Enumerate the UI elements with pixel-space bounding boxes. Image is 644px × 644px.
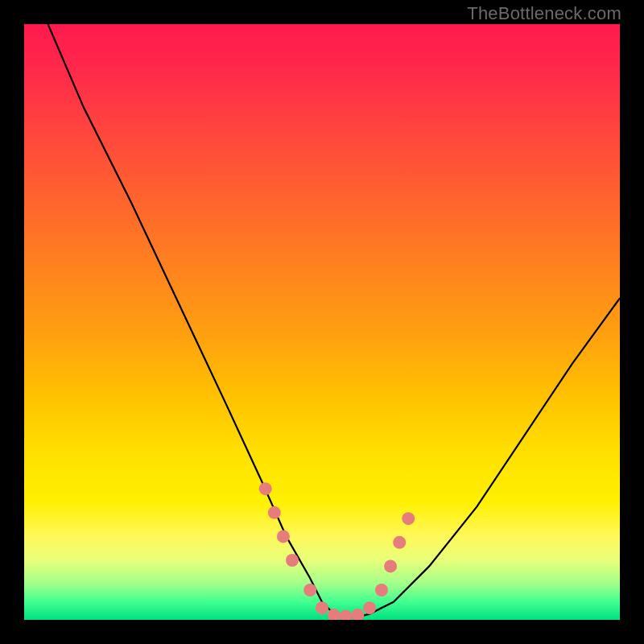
curve-path xyxy=(48,24,620,617)
curve-path-group xyxy=(48,24,620,617)
marker-dot xyxy=(402,512,415,525)
marker-dot xyxy=(393,536,406,549)
marker-dot xyxy=(375,584,388,597)
chart-frame: TheBottleneck.com xyxy=(0,0,644,644)
marker-dot xyxy=(286,554,299,567)
marker-dot xyxy=(259,482,272,495)
marker-dot xyxy=(316,601,328,614)
marker-dot xyxy=(303,584,316,597)
marker-dot xyxy=(384,559,397,572)
marker-dot xyxy=(363,601,376,614)
curve-layer xyxy=(24,24,620,620)
plot-area xyxy=(24,24,620,620)
marker-dot xyxy=(277,530,290,543)
marker-dots xyxy=(259,482,415,620)
marker-dot xyxy=(268,506,281,519)
watermark-text: TheBottleneck.com xyxy=(467,3,621,24)
marker-dot xyxy=(351,609,364,620)
marker-dot xyxy=(340,610,353,620)
